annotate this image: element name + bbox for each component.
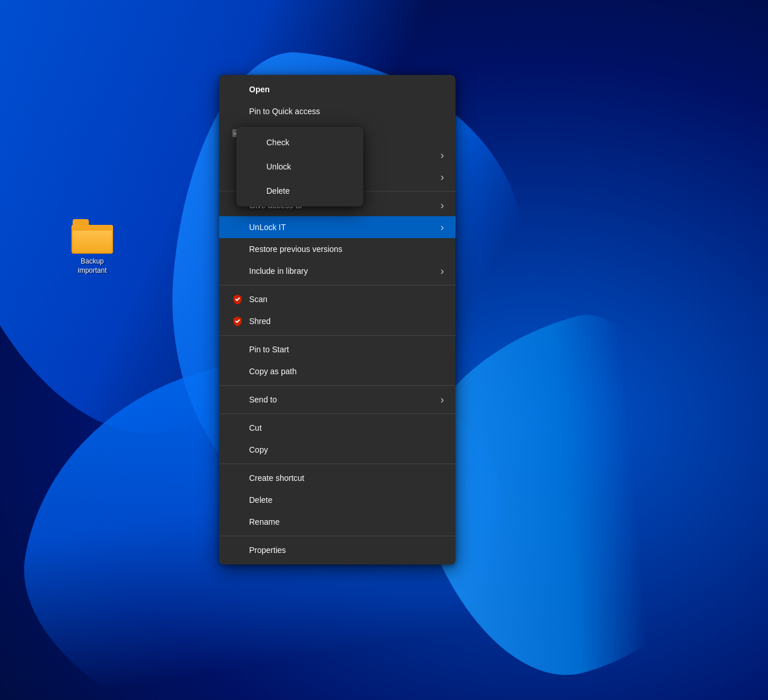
menu-item-shred[interactable]: Shred <box>219 310 455 332</box>
desktop-icon-backup[interactable]: Backup important <box>69 219 115 275</box>
menu-item-label-copy: Copy <box>249 445 444 454</box>
folder-body <box>71 225 113 254</box>
empty-icon <box>231 104 244 118</box>
menu-item-copy[interactable]: Copy <box>219 439 455 461</box>
empty-icon <box>231 543 244 557</box>
submenu-item-delete[interactable]: Delete <box>236 179 363 203</box>
chevron-right-icon: › <box>441 221 444 234</box>
menu-item-copy-as-path[interactable]: Copy as path <box>219 360 455 382</box>
folder-icon <box>71 219 113 254</box>
empty-icon <box>231 421 244 435</box>
menu-item-include-library[interactable]: Include in library› <box>219 260 455 282</box>
menu-separator <box>219 285 455 285</box>
menu-item-cut[interactable]: Cut <box>219 417 455 439</box>
empty-icon <box>231 393 244 407</box>
submenu-item-label-check: Check <box>266 138 352 147</box>
menu-separator <box>219 464 455 464</box>
menu-item-label-include-library: Include in library <box>249 266 441 276</box>
empty-icon <box>231 471 244 485</box>
menu-item-label-copy-as-path: Copy as path <box>249 367 444 376</box>
empty-icon <box>231 264 244 278</box>
unlock-it-submenu: CheckUnlockDelete <box>236 127 363 206</box>
empty-icon <box>248 184 262 198</box>
empty-icon <box>231 220 244 234</box>
mcafee-icon <box>231 314 244 328</box>
empty-icon <box>248 136 262 149</box>
chevron-right-icon: › <box>441 171 444 183</box>
menu-item-label-rename: Rename <box>249 517 444 526</box>
menu-item-unlock-it[interactable]: UnLock IT› <box>219 216 455 238</box>
menu-separator <box>219 335 455 336</box>
submenu-item-check[interactable]: Check <box>236 130 363 155</box>
menu-item-label-unlock-it: UnLock IT <box>249 223 441 232</box>
menu-item-create-shortcut[interactable]: Create shortcut <box>219 467 455 489</box>
empty-icon <box>248 160 262 174</box>
menu-separator <box>219 413 455 414</box>
menu-item-label-pin-quick-access: Pin to Quick access <box>249 107 444 116</box>
menu-item-label-properties: Properties <box>249 545 444 555</box>
menu-item-open[interactable]: Open <box>219 78 455 100</box>
empty-icon <box>231 343 244 356</box>
menu-item-label-open: Open <box>249 85 444 94</box>
empty-icon <box>231 242 244 256</box>
menu-item-pin-start[interactable]: Pin to Start <box>219 338 455 360</box>
empty-icon <box>231 515 244 529</box>
empty-icon <box>231 82 244 96</box>
menu-item-properties[interactable]: Properties <box>219 539 455 561</box>
menu-item-rename[interactable]: Rename <box>219 511 455 533</box>
menu-item-label-cut: Cut <box>249 423 444 432</box>
chevron-right-icon: › <box>441 394 444 406</box>
chevron-right-icon: › <box>441 200 444 212</box>
submenu-item-label-delete: Delete <box>266 186 352 195</box>
chevron-right-icon: › <box>441 149 444 161</box>
menu-item-label-create-shortcut: Create shortcut <box>249 473 444 483</box>
menu-item-scan[interactable]: Scan <box>219 288 455 310</box>
menu-item-label-shred: Shred <box>249 317 444 326</box>
empty-icon <box>231 364 244 378</box>
empty-icon <box>231 443 244 457</box>
menu-item-restore-versions[interactable]: Restore previous versions <box>219 238 455 260</box>
mcafee-icon <box>231 292 244 306</box>
menu-item-label-restore-versions: Restore previous versions <box>249 244 444 254</box>
menu-separator <box>219 536 455 536</box>
chevron-right-icon: › <box>441 265 444 277</box>
menu-item-pin-quick-access[interactable]: Pin to Quick access <box>219 100 455 122</box>
submenu-item-label-unlock: Unlock <box>266 162 352 171</box>
folder-inner <box>73 231 112 253</box>
menu-item-delete[interactable]: Delete <box>219 489 455 511</box>
menu-separator <box>219 385 455 386</box>
icon-label: Backup important <box>78 257 107 275</box>
menu-item-label-delete: Delete <box>249 495 444 505</box>
menu-item-label-pin-start: Pin to Start <box>249 345 444 354</box>
submenu-item-unlock[interactable]: Unlock <box>236 155 363 179</box>
menu-item-label-scan: Scan <box>249 295 444 304</box>
menu-item-label-send-to: Send to <box>249 395 441 404</box>
empty-icon <box>231 493 244 507</box>
menu-item-send-to[interactable]: Send to› <box>219 389 455 411</box>
